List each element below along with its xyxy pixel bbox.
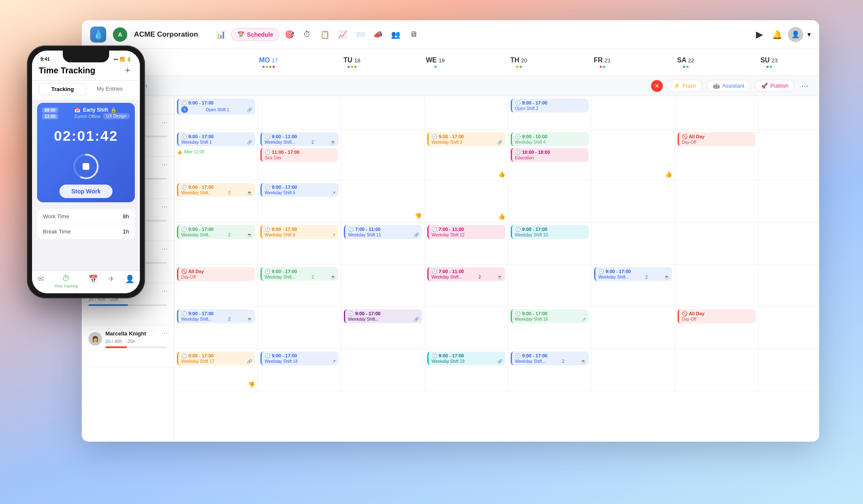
user-avatar[interactable]: 👤: [788, 27, 803, 42]
open-shift-sa-cell[interactable]: [592, 96, 675, 129]
marcella-sa-cell[interactable]: [592, 349, 675, 391]
lucille-tu-cell[interactable]: 🕘 9:00 - 17:00 Weekday Shift 6 ↗: [258, 180, 341, 222]
everett-fr-cell[interactable]: 🕘 9:00 - 10:00 Weekday Shift 4 🕙 10:00 -…: [508, 130, 592, 180]
everett-th-cell[interactable]: 🕘 9:00 - 17:00 Weekday Shift 3 🔗 👍: [425, 130, 508, 180]
frances-sa-cell[interactable]: 🕘 9:00 - 17:00 Weekday Shift... 2 ☕: [592, 265, 675, 306]
mildred-fr-cell[interactable]: 🕘 9:00 - 17:00 Weekday Shift 10: [508, 223, 592, 264]
patrick-sa-cell[interactable]: [592, 307, 675, 349]
frances-th-cell[interactable]: 🕖 7:00 - 11:00 Weekday Shift... 2 ☕: [425, 265, 508, 306]
assistant-button[interactable]: 🤖 Assistant: [707, 80, 751, 92]
open-shift-th-cell[interactable]: [425, 96, 508, 129]
frances-mo-cell[interactable]: 🚫 All Day Day-Off: [174, 265, 258, 306]
phone-nav-time-tracking[interactable]: ⏱ Time Tracking: [54, 274, 78, 288]
phone-nav-send[interactable]: ✈: [108, 274, 115, 288]
patrick-su-cell[interactable]: 🚫 All Day Day-Off: [675, 307, 758, 349]
frances-th-shift[interactable]: 🕖 7:00 - 11:00 Weekday Shift... 2 ☕: [427, 267, 505, 281]
open-shift-mo-cell[interactable]: 🕘 9:00 - 17:00 5 Open Shift 1 🔗: [174, 96, 258, 129]
frances-fr-cell[interactable]: [508, 265, 592, 306]
phone-nav-profile[interactable]: 👤: [125, 274, 134, 288]
close-button[interactable]: ✕: [651, 80, 663, 92]
people-nav-btn[interactable]: 👥: [388, 27, 403, 42]
patrick-mo-cell[interactable]: 🕘 9:00 - 17:00 Weekday Shift... 2 ☕: [174, 307, 258, 349]
chart-nav-btn[interactable]: 📈: [335, 27, 350, 42]
employee-menu-patrick[interactable]: ···: [162, 287, 167, 295]
open-shift-tu-cell[interactable]: [258, 96, 341, 129]
marcella-tu-shift[interactable]: 🕘 9:00 - 17:00 Weekday Shift 18 ↗: [260, 351, 338, 365]
employee-menu-mildred[interactable]: ···: [162, 203, 167, 211]
lucille-we-cell[interactable]: 👎: [341, 180, 425, 222]
mildred-mo-cell[interactable]: 🕘 9:00 - 17:00 Weekday Shift... 2 ☕: [174, 223, 258, 264]
avatar-dropdown-arrow[interactable]: ▾: [807, 30, 811, 38]
schedule-nav-btn[interactable]: 📅 Schedule: [231, 28, 279, 41]
frances-tu-shift[interactable]: 🕘 9:00 - 17:00 Weekday Shift... 2 ☕: [260, 267, 338, 281]
patrick-we-shift[interactable]: 🕘 9:00 - 17:00 Weekday Shift... 🔗: [344, 309, 422, 323]
everett-mo-shift[interactable]: 🕘 9:00 - 17:00 Weekday Shift 1 🔗: [177, 132, 255, 146]
phone-tab-tracking[interactable]: Tracking: [39, 83, 86, 95]
everett-tu-shift[interactable]: 🕘 9:00 - 11:00 Weekday Shift... 2 ☕: [260, 132, 338, 146]
employee-menu-frances[interactable]: ···: [162, 245, 167, 253]
mildred-su-cell[interactable]: [675, 223, 758, 264]
patrick-su-dayoff[interactable]: 🚫 All Day Day-Off: [678, 309, 756, 323]
frances-tu-cell[interactable]: 🕘 9:00 - 17:00 Weekday Shift... 2 ☕: [258, 265, 341, 306]
patrick-we-cell[interactable]: 🕘 9:00 - 17:00 Weekday Shift... 🔗: [341, 307, 425, 349]
phone-add-button[interactable]: +: [122, 65, 133, 76]
patrick-fr-shift[interactable]: 🕘 9:00 - 17:00 Weekday Shift 16 ↗: [511, 309, 589, 323]
announce-nav-btn[interactable]: 📣: [370, 27, 386, 42]
mildred-we-shift[interactable]: 🕖 7:00 - 11:00 Weekday Shift 11 🔗: [344, 225, 422, 239]
marcella-fr-cell[interactable]: 🕘 9:00 - 17:00 Weekday Shift... 2 ☕: [508, 349, 592, 391]
everett-we-cell[interactable]: [341, 130, 425, 180]
monitor-nav-btn[interactable]: 🖥: [406, 27, 421, 42]
app-logo[interactable]: 💧: [90, 27, 106, 43]
everett-tu-sick[interactable]: 🕛 11:00 - 17:00 Sick Day: [260, 148, 338, 162]
everett-fr-edu[interactable]: 🕙 10:00 - 18:00 Education: [511, 148, 589, 162]
employee-menu-everett[interactable]: ···: [162, 119, 167, 126]
marcella-mo-shift[interactable]: 🕘 9:00 - 17:00 Weekday Shift 17 🔗: [177, 351, 255, 365]
phone-nav-calendar[interactable]: 📅: [88, 274, 98, 288]
patrick-mo-shift[interactable]: 🕘 9:00 - 17:00 Weekday Shift... 2 ☕: [177, 309, 255, 323]
lucille-mo-cell[interactable]: 🕘 9:00 - 17:00 Weekday Shift... 2 ☕: [174, 180, 258, 222]
everett-su-cell[interactable]: 🚫 All Day Day-Off: [675, 130, 758, 180]
phone-nav-mail[interactable]: ✉: [38, 274, 44, 288]
marcella-tu-cell[interactable]: 🕘 9:00 - 17:00 Weekday Shift 18 ↗: [258, 349, 341, 391]
lucille-sa-cell[interactable]: [592, 180, 675, 222]
everett-th-shift[interactable]: 🕘 9:00 - 17:00 Weekday Shift 3 🔗: [427, 132, 505, 146]
patrick-tu-cell[interactable]: [258, 307, 341, 349]
everett-sa-cell[interactable]: 👍: [592, 130, 675, 180]
patrick-fr-cell[interactable]: 🕘 9:00 - 17:00 Weekday Shift 16 ↗: [508, 307, 592, 349]
play-button[interactable]: ▶: [753, 28, 766, 41]
everett-tu-cell[interactable]: 🕘 9:00 - 11:00 Weekday Shift... 2 ☕ 🕛 11…: [258, 130, 341, 180]
mildred-th-cell[interactable]: 🕖 7:00 - 11:00 Weekday Shift 12: [425, 223, 508, 264]
employee-menu-lucille[interactable]: ···: [162, 161, 167, 169]
everett-fr-shift[interactable]: 🕘 9:00 - 10:00 Weekday Shift 4: [511, 132, 589, 146]
target-nav-btn[interactable]: 🎯: [282, 27, 297, 42]
everett-mo-cell[interactable]: 🕘 9:00 - 17:00 Weekday Shift 1 🔗 👍 After…: [174, 130, 258, 180]
notification-bell[interactable]: 🔔: [770, 28, 784, 41]
employee-menu-marcella[interactable]: ···: [162, 330, 167, 337]
lucille-th-cell[interactable]: 👍: [425, 180, 508, 222]
flash-button[interactable]: ⚡ Flash: [667, 80, 702, 92]
send-nav-btn[interactable]: 📨: [353, 27, 368, 42]
mildred-mo-shift[interactable]: 🕘 9:00 - 17:00 Weekday Shift... 2 ☕: [177, 225, 255, 239]
mildred-tu-cell[interactable]: 🕘 9:00 - 17:00 Weekday Shift 8 ↗: [258, 223, 341, 264]
lucille-su-cell[interactable]: [675, 180, 758, 222]
marcella-su-cell[interactable]: [675, 349, 758, 391]
mildred-we-cell[interactable]: 🕖 7:00 - 11:00 Weekday Shift 11 🔗: [341, 223, 425, 264]
phone-tab-my-entries[interactable]: My Entries: [86, 83, 133, 95]
lucille-tu-shift[interactable]: 🕘 9:00 - 17:00 Weekday Shift 6 ↗: [260, 183, 338, 197]
phone-stop-work-button[interactable]: Stop Work: [59, 185, 113, 198]
frances-sa-shift[interactable]: 🕘 9:00 - 17:00 Weekday Shift... 2 ☕: [594, 267, 672, 281]
marcella-we-cell[interactable]: [341, 349, 425, 391]
more-options-button[interactable]: ···: [799, 80, 811, 92]
open-shift-we-cell[interactable]: [341, 96, 425, 129]
frances-mo-dayoff[interactable]: 🚫 All Day Day-Off: [177, 267, 255, 281]
mildred-sa-cell[interactable]: [592, 223, 675, 264]
marcella-th-shift[interactable]: 🕘 9:00 - 17:00 Weekday Shift 19 🔗: [427, 351, 505, 365]
lucille-fr-cell[interactable]: [508, 180, 592, 222]
lucille-mo-shift[interactable]: 🕘 9:00 - 17:00 Weekday Shift... 2 ☕: [177, 183, 255, 197]
analytics-nav-btn[interactable]: 📊: [213, 27, 228, 42]
mildred-th-shift[interactable]: 🕖 7:00 - 11:00 Weekday Shift 12: [427, 225, 505, 239]
marcella-mo-cell[interactable]: 🕘 9:00 - 17:00 Weekday Shift 17 🔗 👎: [174, 349, 258, 391]
open-shift-2-card[interactable]: 🕘 9:00 - 17:00 Open Shift 2: [511, 99, 589, 113]
open-shift-1-card[interactable]: 🕘 9:00 - 17:00 5 Open Shift 1 🔗: [177, 99, 255, 115]
marcella-th-cell[interactable]: 🕘 9:00 - 17:00 Weekday Shift 19 🔗: [425, 349, 508, 391]
